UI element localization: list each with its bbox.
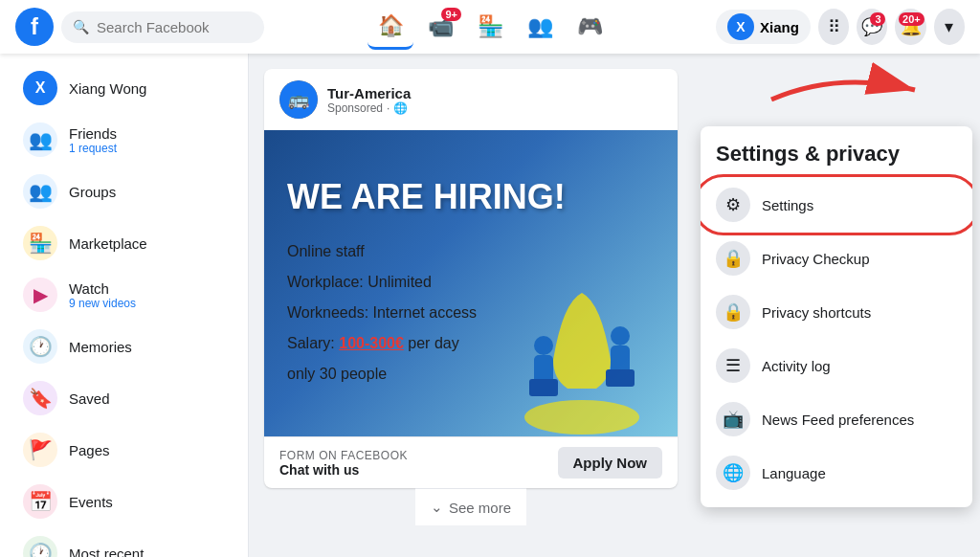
user-name-label: Xiang (760, 19, 799, 35)
most-recent-icon: 🕐 (23, 536, 57, 557)
saved-icon: 🔖 (23, 381, 57, 415)
messenger-button[interactable]: 💬 3 (857, 9, 887, 45)
activity-log-icon: ☰ (716, 348, 750, 383)
events-label: Events (69, 494, 113, 510)
post-image: WE ARE HIRING! Online staff Workplace: U… (264, 130, 678, 436)
watch-sub: 9 new videos (69, 297, 136, 310)
globe-icon: 🌐 (393, 101, 408, 115)
activity-log-label: Activity log (762, 358, 831, 374)
marketplace-label: Marketplace (69, 235, 147, 252)
decorative-figures (486, 264, 678, 436)
sidebar-item-marketplace[interactable]: 🏪 Marketplace (8, 218, 240, 268)
sidebar: X Xiang Wong 👥 Friends 1 request 👥 Group… (0, 54, 249, 557)
language-icon: 🌐 (716, 456, 750, 490)
detail-line-1: Online staff (287, 236, 477, 267)
marketplace-nav-button[interactable]: 🏪 (467, 4, 513, 50)
detail-line-5: only 30 people (287, 359, 477, 390)
news-feed-menu-item[interactable]: 📺 News Feed preferences (701, 392, 972, 446)
svg-point-0 (524, 400, 639, 434)
avatar: X (727, 13, 754, 40)
search-icon: 🔍 (73, 19, 89, 34)
sidebar-item-friends[interactable]: 👥 Friends 1 request (8, 115, 240, 165)
svg-rect-5 (529, 379, 558, 396)
privacy-checkup-icon: 🔒 (716, 241, 750, 276)
post-sponsored: Sponsored · 🌐 (327, 101, 411, 115)
search-box[interactable]: 🔍 (61, 11, 264, 43)
friends-label: Friends (69, 125, 117, 142)
post-card: 🚌 Tur-America Sponsored · 🌐 WE ARE HIRIN… (264, 69, 678, 488)
saved-label: Saved (69, 390, 110, 407)
news-feed-icon: 📺 (716, 402, 750, 436)
svg-point-3 (611, 326, 630, 345)
marketplace-icon: 🏪 (23, 226, 57, 260)
groups-label: Groups (69, 184, 116, 200)
settings-label: Settings (762, 197, 813, 213)
post-headline: WE ARE HIRING! (287, 177, 566, 217)
friends-icon: 👥 (23, 123, 57, 157)
privacy-shortcuts-label: Privacy shortcuts (762, 304, 871, 321)
news-feed-label: News Feed preferences (762, 412, 914, 428)
sidebar-item-saved[interactable]: 🔖 Saved (8, 373, 240, 423)
most-recent-label: Most recent (69, 546, 144, 558)
detail-line-2: Workplace: Unlimited (287, 267, 477, 298)
see-more-text: See more (449, 500, 511, 516)
detail-line-4: Salary: 100-300€ per day (287, 328, 477, 359)
detail-line-3: Workneeds: Internet access (287, 298, 477, 328)
watch-icon: ▶ (23, 278, 57, 312)
settings-menu-item[interactable]: ⚙ Settings (701, 178, 972, 232)
sidebar-item-most-recent[interactable]: 🕐 Most recent (8, 528, 240, 557)
user-pill[interactable]: X Xiang (716, 10, 811, 44)
arrow-area (701, 61, 972, 119)
see-more-bar[interactable]: ⌄ See more (415, 488, 526, 525)
facebook-logo[interactable]: f (15, 8, 54, 46)
apps-button[interactable]: ⠿ (818, 9, 849, 45)
chevron-down-icon: ⌄ (431, 499, 443, 516)
svg-rect-6 (606, 369, 635, 387)
language-label: Language (762, 465, 826, 481)
sidebar-item-pages[interactable]: 🚩 Pages (8, 425, 240, 475)
job-details: Online staff Workplace: Unlimited Workne… (287, 236, 477, 390)
chat-with-us-label: Chat with us (279, 462, 408, 478)
privacy-checkup-label: Privacy Checkup (762, 251, 870, 267)
sidebar-item-events[interactable]: 📅 Events (8, 477, 240, 526)
home-nav-button[interactable]: 🏠 (368, 4, 413, 50)
account-menu-button[interactable]: ▾ (934, 9, 965, 45)
language-menu-item[interactable]: 🌐 Language (701, 446, 972, 500)
notifications-button[interactable]: 🔔 20+ (895, 9, 925, 45)
memories-icon: 🕐 (23, 329, 57, 364)
topnav: f 🔍 🏠 📹 9+ 🏪 👥 🎮 X Xiang ⠿ 💬 3 (0, 0, 980, 54)
sidebar-item-watch[interactable]: ▶ Watch 9 new videos (8, 270, 240, 320)
topnav-right: X Xiang ⠿ 💬 3 🔔 20+ ▾ (716, 9, 965, 45)
gaming-nav-button[interactable]: 🎮 (567, 4, 612, 50)
groups-icon: 👥 (23, 174, 57, 209)
privacy-checkup-menu-item[interactable]: 🔒 Privacy Checkup (701, 232, 972, 285)
sidebar-item-memories[interactable]: 🕐 Memories (8, 322, 240, 371)
friends-text: Friends 1 request (69, 125, 117, 155)
post-meta: Tur-America Sponsored · 🌐 (327, 85, 411, 115)
activity-log-menu-item[interactable]: ☰ Activity log (701, 339, 972, 392)
privacy-shortcuts-menu-item[interactable]: 🔒 Privacy shortcuts (701, 285, 972, 339)
settings-dropdown: Settings & privacy ⚙ Settings 🔒 Privacy … (701, 126, 972, 507)
svg-point-1 (534, 336, 553, 355)
apply-now-button[interactable]: Apply Now (558, 447, 663, 479)
post-header: 🚌 Tur-America Sponsored · 🌐 (264, 69, 678, 130)
topnav-left: f 🔍 (15, 8, 264, 46)
sidebar-item-groups[interactable]: 👥 Groups (8, 167, 240, 216)
sidebar-user-avatar: X (23, 71, 57, 105)
post-footer-left: FORM ON FACEBOOK Chat with us (279, 449, 408, 478)
video-nav-button[interactable]: 📹 9+ (417, 4, 463, 50)
dropdown-title: Settings & privacy (701, 134, 972, 178)
search-input[interactable] (97, 19, 253, 35)
groups-nav-button[interactable]: 👥 (517, 4, 563, 50)
memories-label: Memories (69, 339, 132, 355)
post-footer: FORM ON FACEBOOK Chat with us Apply Now (264, 436, 678, 488)
post-author: Tur-America (327, 85, 411, 101)
video-badge: 9+ (441, 8, 461, 21)
form-on-facebook-label: FORM ON FACEBOOK (279, 449, 408, 462)
pages-label: Pages (69, 442, 110, 458)
pages-icon: 🚩 (23, 433, 57, 467)
sidebar-item-user[interactable]: X Xiang Wong (8, 63, 240, 113)
post-avatar: 🚌 (279, 80, 318, 119)
layout: X Xiang Wong 👥 Friends 1 request 👥 Group… (0, 54, 980, 557)
red-arrow (762, 61, 953, 119)
